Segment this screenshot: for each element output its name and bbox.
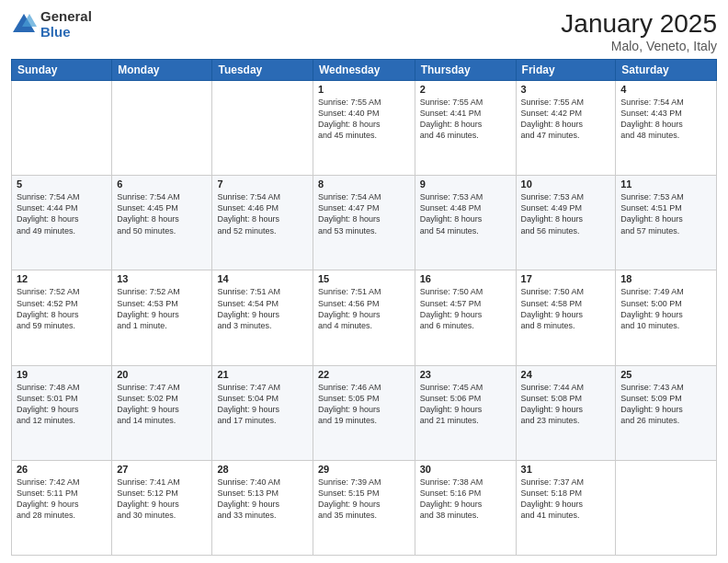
day-number: 31	[521, 464, 611, 475]
day-number: 4	[620, 84, 711, 95]
calendar-cell: 24Sunrise: 7:44 AM Sunset: 5:08 PM Dayli…	[516, 365, 616, 460]
weekday-header-tuesday: Tuesday	[212, 60, 313, 81]
calendar-cell: 18Sunrise: 7:49 AM Sunset: 5:00 PM Dayli…	[616, 270, 717, 365]
day-info: Sunrise: 7:37 AM Sunset: 5:18 PM Dayligh…	[521, 477, 611, 522]
main-title: January 2025	[561, 9, 717, 39]
page-container: General Blue January 2025 Malo, Veneto, …	[0, 0, 728, 563]
weekday-header-wednesday: Wednesday	[313, 60, 415, 81]
day-number: 18	[620, 273, 711, 284]
day-info: Sunrise: 7:50 AM Sunset: 4:58 PM Dayligh…	[521, 286, 611, 331]
calendar-cell: 20Sunrise: 7:47 AM Sunset: 5:02 PM Dayli…	[112, 365, 212, 460]
day-info: Sunrise: 7:53 AM Sunset: 4:49 PM Dayligh…	[521, 191, 611, 236]
day-info: Sunrise: 7:54 AM Sunset: 4:43 PM Dayligh…	[620, 97, 711, 142]
calendar-cell: 3Sunrise: 7:55 AM Sunset: 4:42 PM Daylig…	[516, 81, 616, 176]
day-info: Sunrise: 7:55 AM Sunset: 4:40 PM Dayligh…	[318, 97, 410, 142]
calendar-cell: 26Sunrise: 7:42 AM Sunset: 5:11 PM Dayli…	[12, 460, 112, 555]
day-info: Sunrise: 7:39 AM Sunset: 5:15 PM Dayligh…	[318, 477, 410, 522]
calendar-cell: 1Sunrise: 7:55 AM Sunset: 4:40 PM Daylig…	[313, 81, 415, 176]
logo-icon	[11, 12, 37, 38]
weekday-header-sunday: Sunday	[12, 60, 112, 81]
subtitle: Malo, Veneto, Italy	[561, 39, 717, 53]
day-number: 1	[318, 84, 410, 95]
calendar-cell: 14Sunrise: 7:51 AM Sunset: 4:54 PM Dayli…	[212, 270, 313, 365]
weekday-header-row: SundayMondayTuesdayWednesdayThursdayFrid…	[12, 60, 717, 81]
day-info: Sunrise: 7:46 AM Sunset: 5:05 PM Dayligh…	[318, 382, 410, 427]
calendar-cell: 10Sunrise: 7:53 AM Sunset: 4:49 PM Dayli…	[516, 176, 616, 270]
weekday-header-friday: Friday	[516, 60, 616, 81]
day-number: 11	[620, 178, 711, 190]
day-number: 8	[318, 178, 410, 190]
day-number: 20	[117, 369, 207, 380]
calendar-cell: 16Sunrise: 7:50 AM Sunset: 4:57 PM Dayli…	[415, 270, 516, 365]
calendar-cell: 5Sunrise: 7:54 AM Sunset: 4:44 PM Daylig…	[12, 176, 112, 270]
day-number: 13	[117, 273, 207, 284]
day-number: 9	[420, 178, 511, 190]
calendar-cell	[212, 81, 313, 176]
calendar-cell: 17Sunrise: 7:50 AM Sunset: 4:58 PM Dayli…	[516, 270, 616, 365]
title-block: January 2025 Malo, Veneto, Italy	[561, 9, 717, 53]
day-info: Sunrise: 7:51 AM Sunset: 4:54 PM Dayligh…	[217, 286, 307, 331]
day-number: 28	[217, 464, 307, 475]
day-number: 19	[17, 369, 107, 380]
day-info: Sunrise: 7:43 AM Sunset: 5:09 PM Dayligh…	[620, 382, 711, 427]
calendar-cell: 4Sunrise: 7:54 AM Sunset: 4:43 PM Daylig…	[616, 81, 717, 176]
calendar-cell: 19Sunrise: 7:48 AM Sunset: 5:01 PM Dayli…	[12, 365, 112, 460]
calendar-cell: 29Sunrise: 7:39 AM Sunset: 5:15 PM Dayli…	[313, 460, 415, 555]
calendar-week-row: 19Sunrise: 7:48 AM Sunset: 5:01 PM Dayli…	[12, 365, 717, 460]
day-number: 24	[521, 369, 611, 380]
calendar-cell: 2Sunrise: 7:55 AM Sunset: 4:41 PM Daylig…	[415, 81, 516, 176]
day-info: Sunrise: 7:48 AM Sunset: 5:01 PM Dayligh…	[17, 382, 107, 427]
day-number: 2	[420, 84, 511, 95]
calendar-cell: 13Sunrise: 7:52 AM Sunset: 4:53 PM Dayli…	[112, 270, 212, 365]
calendar-cell: 8Sunrise: 7:54 AM Sunset: 4:47 PM Daylig…	[313, 176, 415, 270]
weekday-header-thursday: Thursday	[415, 60, 516, 81]
day-info: Sunrise: 7:53 AM Sunset: 4:51 PM Dayligh…	[620, 191, 711, 236]
calendar-table: SundayMondayTuesdayWednesdayThursdayFrid…	[11, 59, 717, 556]
day-number: 10	[521, 178, 611, 190]
day-info: Sunrise: 7:42 AM Sunset: 5:11 PM Dayligh…	[17, 477, 107, 522]
calendar-cell: 28Sunrise: 7:40 AM Sunset: 5:13 PM Dayli…	[212, 460, 313, 555]
day-info: Sunrise: 7:54 AM Sunset: 4:46 PM Dayligh…	[217, 191, 307, 236]
logo-text: General Blue	[40, 9, 92, 40]
day-number: 6	[117, 178, 207, 190]
day-info: Sunrise: 7:40 AM Sunset: 5:13 PM Dayligh…	[217, 477, 307, 522]
day-number: 12	[17, 273, 107, 284]
day-info: Sunrise: 7:38 AM Sunset: 5:16 PM Dayligh…	[420, 477, 511, 522]
day-number: 22	[318, 369, 410, 380]
calendar-week-row: 5Sunrise: 7:54 AM Sunset: 4:44 PM Daylig…	[12, 176, 717, 270]
weekday-header-saturday: Saturday	[616, 60, 717, 81]
calendar-week-row: 12Sunrise: 7:52 AM Sunset: 4:52 PM Dayli…	[12, 270, 717, 365]
day-info: Sunrise: 7:53 AM Sunset: 4:48 PM Dayligh…	[420, 191, 511, 236]
day-info: Sunrise: 7:49 AM Sunset: 5:00 PM Dayligh…	[620, 286, 711, 331]
day-number: 29	[318, 464, 410, 475]
day-info: Sunrise: 7:54 AM Sunset: 4:47 PM Dayligh…	[318, 191, 410, 236]
calendar-cell: 27Sunrise: 7:41 AM Sunset: 5:12 PM Dayli…	[112, 460, 212, 555]
calendar-cell: 15Sunrise: 7:51 AM Sunset: 4:56 PM Dayli…	[313, 270, 415, 365]
day-number: 30	[420, 464, 511, 475]
day-info: Sunrise: 7:41 AM Sunset: 5:12 PM Dayligh…	[117, 477, 207, 522]
day-number: 17	[521, 273, 611, 284]
calendar-cell: 31Sunrise: 7:37 AM Sunset: 5:18 PM Dayli…	[516, 460, 616, 555]
day-number: 25	[620, 369, 711, 380]
day-info: Sunrise: 7:52 AM Sunset: 4:52 PM Dayligh…	[17, 286, 107, 331]
day-info: Sunrise: 7:55 AM Sunset: 4:42 PM Dayligh…	[521, 97, 611, 142]
calendar-cell: 12Sunrise: 7:52 AM Sunset: 4:52 PM Dayli…	[12, 270, 112, 365]
calendar-cell: 11Sunrise: 7:53 AM Sunset: 4:51 PM Dayli…	[616, 176, 717, 270]
day-number: 15	[318, 273, 410, 284]
day-number: 3	[521, 84, 611, 95]
header: General Blue January 2025 Malo, Veneto, …	[11, 9, 717, 53]
day-number: 14	[217, 273, 307, 284]
weekday-header-monday: Monday	[112, 60, 212, 81]
calendar-cell	[12, 81, 112, 176]
calendar-cell: 6Sunrise: 7:54 AM Sunset: 4:45 PM Daylig…	[112, 176, 212, 270]
calendar-cell: 21Sunrise: 7:47 AM Sunset: 5:04 PM Dayli…	[212, 365, 313, 460]
logo: General Blue	[11, 9, 92, 40]
calendar-cell: 25Sunrise: 7:43 AM Sunset: 5:09 PM Dayli…	[616, 365, 717, 460]
calendar-week-row: 1Sunrise: 7:55 AM Sunset: 4:40 PM Daylig…	[12, 81, 717, 176]
day-number: 16	[420, 273, 511, 284]
logo-blue-text: Blue	[40, 25, 92, 40]
day-info: Sunrise: 7:54 AM Sunset: 4:44 PM Dayligh…	[17, 191, 107, 236]
day-number: 5	[17, 178, 107, 190]
day-info: Sunrise: 7:54 AM Sunset: 4:45 PM Dayligh…	[117, 191, 207, 236]
calendar-cell: 7Sunrise: 7:54 AM Sunset: 4:46 PM Daylig…	[212, 176, 313, 270]
